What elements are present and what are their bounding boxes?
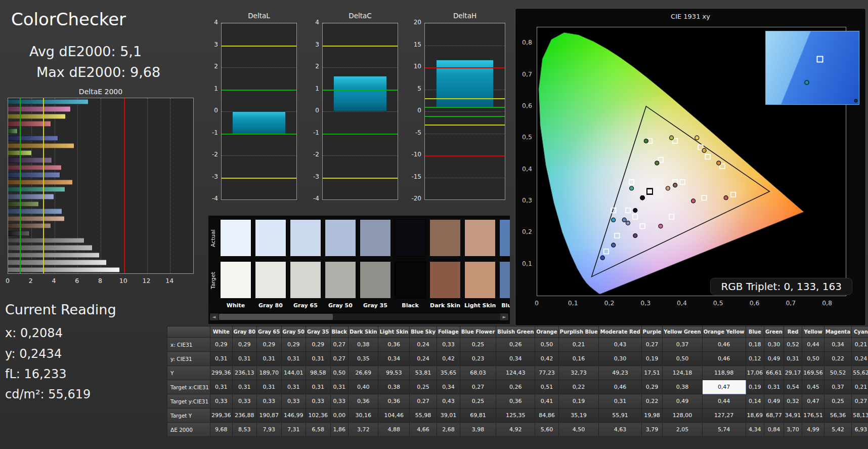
cell[interactable]: 4,88	[378, 423, 410, 437]
cell[interactable]: 0,36	[496, 394, 535, 409]
cell[interactable]: 0,00	[330, 409, 348, 423]
cell[interactable]: 0,33	[330, 394, 348, 409]
cell[interactable]: 146,99	[281, 409, 306, 423]
cell[interactable]: 0,38	[378, 380, 410, 394]
target-swatch-gray-35[interactable]	[360, 261, 391, 299]
cell[interactable]: 0,34	[378, 352, 410, 366]
cell[interactable]: 26,69	[348, 366, 378, 380]
cell[interactable]: 0,19	[746, 380, 764, 394]
cell[interactable]: 0,36	[378, 394, 410, 409]
cell[interactable]: 176,51	[802, 409, 824, 423]
cell[interactable]: 0,34	[824, 338, 851, 352]
col-header-orange-yellow[interactable]: Orange Yellow	[702, 326, 746, 338]
cell[interactable]: 0,31	[232, 380, 257, 394]
cell[interactable]: 68,03	[460, 366, 496, 380]
cell[interactable]: 0,27	[852, 394, 868, 409]
cell[interactable]: 55,98	[410, 409, 437, 423]
cell[interactable]: 0,25	[460, 394, 496, 409]
cell[interactable]: 0,45	[802, 380, 824, 394]
cell[interactable]: 124,43	[496, 366, 535, 380]
cell[interactable]: 5,74	[702, 423, 746, 437]
cell[interactable]: 29,17	[784, 366, 802, 380]
cell[interactable]: 0,25	[410, 380, 437, 394]
cell[interactable]: 0,47	[802, 394, 824, 409]
cell[interactable]: 0,29	[232, 338, 257, 352]
cell[interactable]: 2,68	[437, 423, 460, 437]
actual-swatch-gray-65[interactable]	[290, 219, 321, 257]
cell[interactable]: 0,44	[702, 394, 746, 409]
cell[interactable]: 0,31	[281, 352, 306, 366]
col-header-light-skin[interactable]: Light Skin	[378, 326, 410, 338]
col-header-yellow-green[interactable]: Yellow Green	[663, 326, 702, 338]
cell[interactable]: 0,37	[663, 338, 702, 352]
cell[interactable]: 0,52	[784, 338, 802, 352]
cell[interactable]: 58,13	[852, 409, 868, 423]
cell[interactable]: 3,98	[460, 423, 496, 437]
cell[interactable]: 0,29	[257, 338, 282, 352]
cell[interactable]: 0,49	[764, 394, 784, 409]
col-header-gray-65[interactable]: Gray 65	[257, 326, 282, 338]
cell[interactable]: 4,34	[746, 423, 764, 437]
cell[interactable]: 0,31	[281, 380, 306, 394]
cell[interactable]: 0,33	[281, 394, 306, 409]
cell[interactable]: 6,58	[306, 423, 331, 437]
cell[interactable]: 3,70	[784, 423, 802, 437]
cell[interactable]: 0,34	[496, 352, 535, 366]
cell[interactable]: 0,32	[784, 394, 802, 409]
cell[interactable]: 0,35	[348, 352, 378, 366]
cell[interactable]: 0,19	[558, 394, 599, 409]
cell[interactable]: 0,34	[437, 380, 460, 394]
actual-swatch-dark-skin[interactable]	[429, 219, 461, 257]
cell[interactable]: 4,92	[496, 423, 535, 437]
cell[interactable]: 125,35	[496, 409, 535, 423]
cell[interactable]: 56,36	[824, 409, 851, 423]
cell[interactable]: 4,63	[599, 423, 641, 437]
col-header-gray-35[interactable]: Gray 35	[306, 326, 331, 338]
target-swatch-gray-50[interactable]	[325, 261, 356, 299]
cell[interactable]: 2,05	[663, 423, 702, 437]
cell[interactable]: 9,68	[210, 423, 233, 437]
cell[interactable]: 0,21	[558, 338, 599, 352]
actual-swatch-gray-80[interactable]	[255, 219, 286, 257]
cell[interactable]: 0,29	[641, 380, 663, 394]
col-header-bluish-green[interactable]: Bluish Green	[496, 326, 535, 338]
cell[interactable]: 0,25	[460, 338, 496, 352]
cell[interactable]: 0,43	[599, 338, 641, 352]
cell[interactable]: 0,27	[330, 352, 348, 366]
scrollbar-thumb[interactable]	[219, 314, 333, 320]
cell[interactable]: 6,93	[852, 423, 868, 437]
cell[interactable]: 104,46	[378, 409, 410, 423]
scroll-right-icon[interactable]: ►	[500, 313, 508, 320]
cell[interactable]: 19,98	[641, 409, 663, 423]
col-header-moderate-red[interactable]: Moderate Red	[599, 326, 641, 338]
cell[interactable]: 30,16	[348, 409, 378, 423]
actual-swatch-blue-sky[interactable]	[499, 219, 510, 257]
cell[interactable]: 68,77	[764, 409, 784, 423]
cell[interactable]: 0,27	[641, 338, 663, 352]
cell[interactable]: 53,81	[410, 366, 437, 380]
cell[interactable]: 55,62	[852, 366, 868, 380]
target-swatch-gray-65[interactable]	[290, 261, 321, 299]
cell[interactable]: 0,31	[257, 352, 282, 366]
cell[interactable]: 0,31	[232, 352, 257, 366]
cell[interactable]: 0,33	[210, 394, 233, 409]
cell[interactable]: 0,27	[460, 380, 496, 394]
cell[interactable]: 190,87	[257, 409, 282, 423]
cell[interactable]: 0,29	[306, 338, 331, 352]
cell[interactable]: 0,27	[410, 394, 437, 409]
cell[interactable]: 299,36	[210, 366, 233, 380]
cell[interactable]: 0,31	[210, 352, 233, 366]
cell[interactable]: 0,22	[558, 380, 599, 394]
cell[interactable]: 0,33	[257, 394, 282, 409]
cell[interactable]: 0,18	[746, 338, 764, 352]
cell[interactable]: 0,29	[281, 338, 306, 352]
cell[interactable]: 299,36	[210, 409, 233, 423]
cell[interactable]: 0,37	[824, 380, 851, 394]
cell[interactable]: 0,51	[535, 380, 558, 394]
cell[interactable]: 55,91	[599, 409, 641, 423]
col-header-gray-50[interactable]: Gray 50	[281, 326, 306, 338]
cell[interactable]: 0,24	[852, 352, 868, 366]
cell[interactable]: 34,91	[784, 409, 802, 423]
cell[interactable]: 0,36	[348, 394, 378, 409]
cell[interactable]: 99,53	[378, 366, 410, 380]
